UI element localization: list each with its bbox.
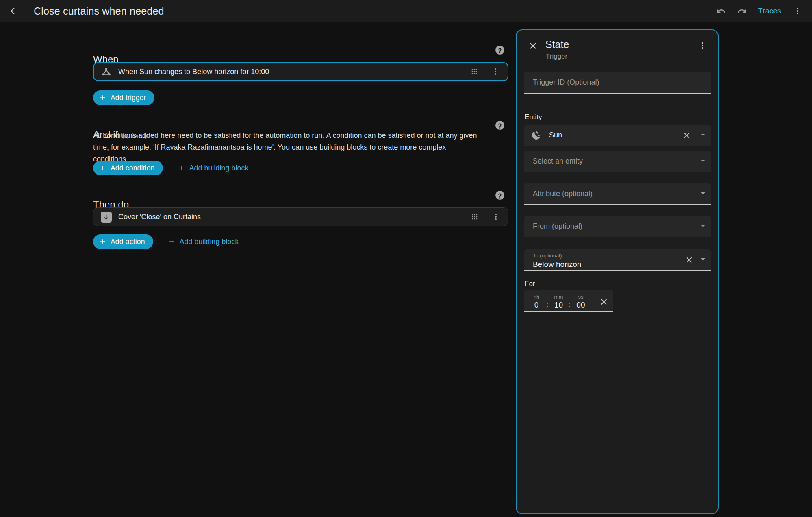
conditions-description: All conditions added here need to be sat… — [93, 130, 478, 165]
add-condition-label: Add condition — [111, 164, 155, 172]
grid-handle-icon — [469, 67, 479, 76]
plus-icon — [99, 238, 107, 246]
kebab-icon — [491, 67, 500, 76]
add-building-block-link[interactable]: Add building block — [165, 237, 241, 247]
traces-link[interactable]: Traces — [758, 7, 781, 15]
undo-icon — [716, 6, 726, 16]
close-icon — [528, 41, 538, 51]
trigger-summary: When Sun changes to Below horizon for 10… — [118, 68, 469, 76]
from-field[interactable]: From (optional) — [524, 216, 711, 237]
grid-handle-icon — [470, 212, 480, 222]
trigger-id-input[interactable] — [524, 72, 711, 93]
trigger-drag-handle[interactable] — [469, 67, 479, 76]
when-help-button[interactable] — [495, 45, 505, 55]
plus-icon — [99, 94, 107, 102]
add-building-block-label: Add building block — [180, 238, 239, 246]
cover-close-icon — [101, 212, 112, 223]
attribute-field[interactable]: Attribute (optional) — [524, 183, 711, 205]
redo-icon — [737, 6, 747, 16]
help-icon — [495, 120, 505, 131]
hours-value[interactable]: 0 — [534, 301, 539, 310]
action-menu-button[interactable] — [491, 212, 501, 222]
duration-clear-button[interactable] — [599, 297, 609, 307]
trigger-settings-panel: State Trigger Entity Sun Select an entit… — [516, 29, 719, 514]
duration-colon: : — [569, 301, 570, 308]
hours-label: hh — [534, 294, 539, 300]
help-icon — [495, 45, 505, 55]
help-icon — [495, 190, 505, 201]
close-icon — [685, 255, 694, 264]
entity-label: Entity — [525, 113, 542, 121]
back-button[interactable] — [9, 6, 19, 16]
panel-close-button[interactable] — [528, 41, 538, 51]
seconds-label: ss — [578, 294, 583, 300]
overflow-menu-button[interactable] — [792, 6, 802, 16]
entity-field[interactable]: Sun — [524, 125, 711, 146]
plus-icon — [178, 164, 186, 172]
add-building-block-label: Add building block — [189, 164, 249, 172]
then-do-help-button[interactable] — [495, 190, 505, 201]
minutes-value[interactable]: 10 — [554, 301, 563, 310]
plus-icon — [99, 164, 107, 172]
seconds-value[interactable]: 00 — [576, 301, 585, 310]
arrow-left-icon — [9, 6, 19, 16]
moon-stars-icon — [531, 130, 541, 140]
action-drag-handle[interactable] — [470, 212, 480, 222]
add-action-button[interactable]: Add action — [93, 234, 153, 249]
plus-icon — [168, 238, 176, 246]
action-row[interactable]: Cover 'Close' on Curtains — [93, 207, 508, 226]
entity-picker-placeholder: Select an entity — [524, 151, 711, 172]
entity-clear-button[interactable] — [682, 131, 691, 140]
to-clear-button[interactable] — [685, 255, 694, 264]
panel-menu-button[interactable] — [698, 41, 708, 50]
add-trigger-button[interactable]: Add trigger — [93, 90, 154, 105]
add-trigger-label: Add trigger — [111, 94, 146, 102]
kebab-icon — [698, 41, 708, 50]
duration-field[interactable]: hh 0 : mm 10 : ss 00 — [524, 290, 613, 312]
and-if-help-button[interactable] — [495, 120, 505, 131]
to-value: Below horizon — [533, 260, 711, 269]
entity-value: Sun — [549, 131, 562, 140]
automation-editor: When When Sun changes to Below horizon f… — [93, 22, 508, 517]
to-field[interactable]: To (optional) Below horizon — [524, 249, 711, 271]
kebab-icon — [792, 6, 802, 16]
minutes-label: mm — [554, 294, 563, 300]
top-app-bar: Close curtains when needed Traces — [0, 0, 812, 22]
add-action-label: Add action — [111, 238, 145, 246]
close-icon — [599, 297, 609, 307]
state-trigger-icon — [101, 67, 111, 77]
topbar-actions: Traces — [716, 0, 802, 22]
trigger-row[interactable]: When Sun changes to Below horizon for 10… — [93, 62, 508, 81]
panel-title: State — [545, 39, 569, 50]
close-icon — [682, 131, 691, 140]
add-building-block-link[interactable]: Add building block — [175, 164, 251, 173]
duration-colon: : — [547, 301, 548, 308]
trigger-menu-button[interactable] — [491, 67, 500, 76]
action-summary: Cover 'Close' on Curtains — [118, 213, 470, 221]
to-label: To (optional) — [533, 253, 711, 259]
trigger-id-field — [524, 72, 711, 94]
kebab-icon — [491, 212, 501, 222]
page-title: Close curtains when needed — [34, 5, 164, 17]
redo-button[interactable] — [737, 6, 747, 16]
undo-button[interactable] — [716, 6, 726, 16]
entity-picker-field[interactable]: Select an entity — [524, 151, 711, 172]
panel-subtitle: Trigger — [546, 52, 567, 61]
for-label: For — [525, 280, 535, 288]
add-condition-button[interactable]: Add condition — [93, 161, 163, 175]
attribute-placeholder: Attribute (optional) — [524, 183, 711, 204]
from-placeholder: From (optional) — [524, 216, 711, 237]
